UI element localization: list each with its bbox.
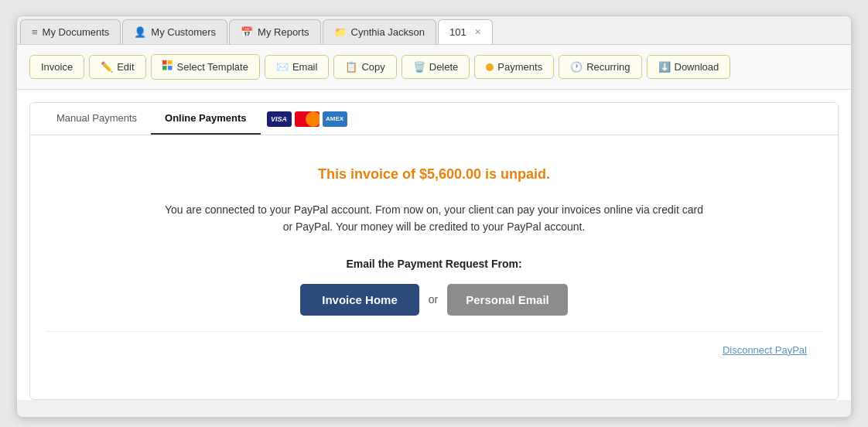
- inner-panel: Manual Payments Online Payments VISA AME…: [29, 102, 839, 400]
- payments-button[interactable]: Payments: [474, 55, 554, 79]
- invoice-button[interactable]: Invoice: [29, 55, 84, 79]
- download-icon: ⬇️: [658, 61, 671, 73]
- svg-rect-2: [162, 66, 167, 70]
- tab-my-customers[interactable]: 👤 My Customers: [122, 19, 227, 44]
- disconnect-paypal-link[interactable]: Disconnect PayPal: [723, 344, 807, 356]
- unpaid-notice: This invoice of $5,600.00 is unpaid.: [46, 166, 822, 183]
- email-button[interactable]: ✉️ Email: [265, 55, 330, 79]
- payments-dot-icon: [486, 63, 494, 71]
- mastercard-icon: [295, 111, 320, 127]
- invoice-home-button[interactable]: Invoice Home: [300, 284, 419, 316]
- personal-email-button[interactable]: Personal Email: [447, 284, 568, 316]
- svg-rect-1: [168, 60, 173, 65]
- sub-tab-bar: Manual Payments Online Payments VISA AME…: [30, 103, 838, 135]
- tab-invoice-101[interactable]: 101 ✕: [438, 19, 493, 44]
- paypal-description: You are connected to your PayPal account…: [163, 201, 705, 236]
- subtab-online-payments[interactable]: Online Payments: [151, 103, 260, 135]
- grid-icon: [162, 60, 173, 73]
- tab-close-icon[interactable]: ✕: [474, 27, 481, 37]
- download-button[interactable]: ⬇️ Download: [647, 55, 731, 79]
- toolbar: Invoice ✏️ Edit Select Template ✉️: [17, 45, 851, 90]
- clock-icon: 🕐: [570, 61, 583, 73]
- tab-cynthia-jackson[interactable]: 📁 Cynthia Jackson: [323, 19, 436, 44]
- edit-icon: ✏️: [101, 61, 113, 73]
- or-text: or: [429, 293, 438, 306]
- tab-my-reports[interactable]: 📅 My Reports: [229, 19, 320, 44]
- edit-button[interactable]: ✏️ Edit: [89, 55, 145, 79]
- person-icon: 👤: [134, 26, 146, 38]
- card-icons: VISA AMEX: [267, 111, 347, 127]
- payment-content: This invoice of $5,600.00 is unpaid. You…: [30, 135, 838, 399]
- amex-icon: AMEX: [323, 111, 347, 127]
- main-content: Invoice ✏️ Edit Select Template ✉️: [17, 45, 851, 400]
- subtab-manual-payments[interactable]: Manual Payments: [43, 103, 151, 135]
- copy-button[interactable]: 📋 Copy: [333, 55, 396, 79]
- email-icon: ✉️: [276, 61, 289, 73]
- payment-buttons: Invoice Home or Personal Email: [46, 284, 822, 316]
- svg-rect-3: [168, 66, 173, 70]
- visa-icon: VISA: [267, 111, 292, 127]
- tab-my-documents[interactable]: ≡ My Documents: [20, 19, 121, 44]
- list-icon: ≡: [32, 26, 38, 38]
- app-container: ≡ My Documents 👤 My Customers 📅 My Repor…: [16, 15, 852, 418]
- calendar-icon: 📅: [241, 26, 253, 38]
- svg-rect-0: [162, 60, 167, 65]
- disconnect-row: Disconnect PayPal: [46, 331, 822, 368]
- trash-icon: 🗑️: [413, 61, 425, 73]
- copy-icon: 📋: [345, 61, 357, 73]
- folder-icon: 📁: [334, 26, 347, 38]
- email-request-label: Email the Payment Request From:: [46, 258, 822, 270]
- tab-bar: ≡ My Documents 👤 My Customers 📅 My Repor…: [17, 16, 851, 45]
- select-template-button[interactable]: Select Template: [151, 54, 260, 80]
- recurring-button[interactable]: 🕐 Recurring: [559, 55, 641, 79]
- delete-button[interactable]: 🗑️ Delete: [402, 55, 470, 79]
